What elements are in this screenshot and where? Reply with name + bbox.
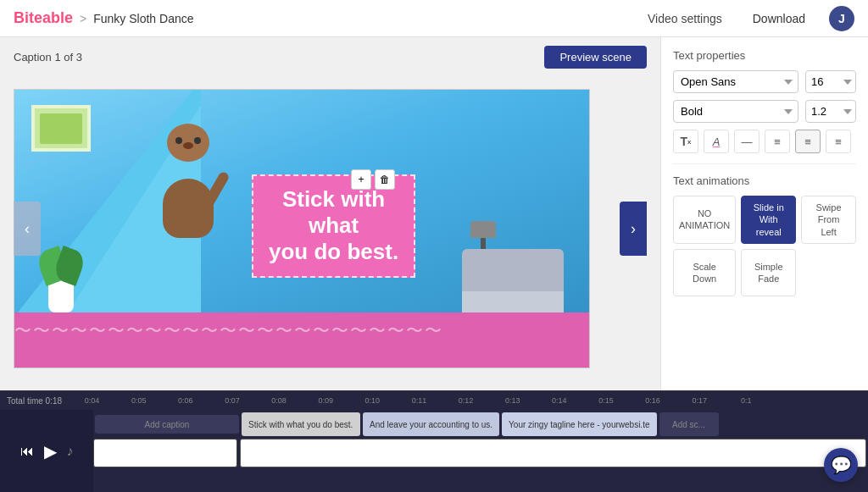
font-family-select[interactable]: Open Sans Roboto Lato bbox=[673, 70, 798, 93]
text-properties-title: Text properties bbox=[673, 49, 856, 62]
add-scene-track[interactable]: Add sc... bbox=[659, 412, 719, 436]
sloth-eye-right bbox=[194, 137, 201, 144]
main-layout: Caption 1 of 3 Preview scene ‹ bbox=[0, 37, 868, 390]
nav-next-button[interactable]: › bbox=[620, 202, 647, 256]
text-animations-title: Text animations bbox=[673, 174, 856, 187]
ruler-tick-7: 0:11 bbox=[396, 396, 442, 405]
sloth-head bbox=[167, 124, 209, 162]
animation-scale-down[interactable]: ScaleDown bbox=[673, 249, 736, 296]
preview-scene-button[interactable]: Preview scene bbox=[544, 46, 647, 69]
ruler-tick-5: 0:09 bbox=[303, 396, 349, 405]
chevron-left-icon: ‹ bbox=[25, 220, 30, 238]
format-text-button[interactable]: Tx bbox=[673, 130, 698, 153]
format-row: Tx A — ≡ ≡ ≡ bbox=[673, 130, 856, 153]
breadcrumb-separator: > bbox=[80, 12, 86, 25]
animation-simple-fade[interactable]: SimpleFade bbox=[741, 249, 796, 296]
total-time-label: Total time 0:18 bbox=[7, 396, 62, 406]
text-toolbar: + 🗑 bbox=[351, 169, 395, 190]
header: Biteable > Funky Sloth Dance Video setti… bbox=[0, 0, 868, 37]
header-right: Video settings Download J bbox=[641, 6, 854, 31]
sloth-body bbox=[163, 179, 214, 238]
right-panel: Text properties Open Sans Roboto Lato 12… bbox=[660, 37, 868, 390]
chevron-right-icon: › bbox=[631, 220, 636, 238]
caption-track-1[interactable]: Stick with what you do best. bbox=[242, 412, 360, 436]
rewind-button[interactable]: ⏮ bbox=[20, 444, 34, 459]
ruler-tick-13: 0:17 bbox=[676, 396, 723, 405]
timeline-ruler: Total time 0:18 0:04 0:05 0:06 0:07 0:08… bbox=[0, 391, 868, 410]
wall-picture bbox=[31, 105, 91, 152]
canvas-scene: Stick withwhatyou do best. + 🗑 〜〜〜〜〜〜〜〜〜… bbox=[14, 89, 590, 368]
align-left-button[interactable]: ≡ bbox=[765, 130, 790, 153]
plant-leaves bbox=[40, 249, 82, 283]
ruler-tick-11: 0:15 bbox=[582, 396, 629, 405]
caption-bar: Caption 1 of 3 Preview scene bbox=[14, 46, 647, 69]
format-color-button[interactable]: A bbox=[704, 130, 729, 153]
floor-wave-pattern: 〜〜〜〜〜〜〜〜〜〜〜〜〜〜〜〜〜〜〜〜〜〜〜 bbox=[14, 319, 589, 342]
lamp-shade bbox=[470, 221, 496, 238]
ruler-tick-0: 0:04 bbox=[69, 396, 115, 405]
editor-area: Caption 1 of 3 Preview scene ‹ bbox=[0, 37, 660, 390]
add-caption-track[interactable]: Add caption bbox=[95, 415, 239, 434]
align-right-button[interactable]: ≡ bbox=[826, 130, 851, 153]
logo[interactable]: Biteable bbox=[14, 9, 73, 27]
canvas-wrapper: ‹ bbox=[14, 75, 647, 382]
text-overlay[interactable]: Stick withwhatyou do best. bbox=[252, 174, 415, 278]
play-button[interactable]: ▶ bbox=[44, 441, 57, 462]
animation-slide-in[interactable]: Slide inWith reveal bbox=[741, 196, 796, 244]
animations-grid: NOANIMATION Slide inWith reveal SwipeFro… bbox=[673, 196, 856, 296]
timeline-tracks: Add caption Stick with what you do best.… bbox=[93, 410, 868, 492]
ruler-tick-1: 0:05 bbox=[115, 396, 162, 405]
chat-support-button[interactable]: 💬 bbox=[824, 448, 858, 482]
scene-floor: 〜〜〜〜〜〜〜〜〜〜〜〜〜〜〜〜〜〜〜〜〜〜〜 bbox=[14, 312, 589, 368]
line-height-select[interactable]: 1.0 1.2 1.5 2.0 bbox=[805, 100, 856, 123]
caption-track-2[interactable]: And leave your accounting to us. bbox=[363, 412, 499, 436]
sloth-eye-left bbox=[175, 137, 182, 144]
animation-swipe-from-left[interactable]: SwipeFromLeft bbox=[801, 196, 856, 244]
ruler-tick-12: 0:16 bbox=[630, 396, 676, 405]
animation-no-animation[interactable]: NOANIMATION bbox=[673, 196, 736, 244]
project-name: Funky Sloth Dance bbox=[93, 12, 193, 25]
add-text-button[interactable]: + bbox=[351, 169, 371, 190]
caption-text: Stick withwhatyou do best. bbox=[269, 186, 398, 266]
timeline-controls: ⏮ ▶ ♪ bbox=[0, 410, 93, 492]
chat-icon: 💬 bbox=[831, 455, 852, 475]
timeline-content: ⏮ ▶ ♪ Add caption Stick with what you do… bbox=[0, 410, 868, 492]
format-highlight-button[interactable]: — bbox=[734, 130, 760, 153]
ruler-tick-6: 0:10 bbox=[349, 396, 396, 405]
ruler-tick-9: 0:13 bbox=[489, 396, 536, 405]
avatar[interactable]: J bbox=[829, 6, 854, 31]
header-left: Biteable > Funky Sloth Dance bbox=[14, 9, 194, 27]
sloth-arm bbox=[200, 170, 230, 212]
caption-text-input[interactable] bbox=[240, 439, 866, 467]
ruler-tick-14: 0:1 bbox=[723, 396, 770, 405]
divider bbox=[673, 163, 856, 164]
sofa-back bbox=[462, 249, 564, 291]
timeline: Total time 0:18 0:04 0:05 0:06 0:07 0:08… bbox=[0, 390, 868, 492]
wall-picture-inner bbox=[40, 113, 82, 144]
ruler-tick-10: 0:14 bbox=[536, 396, 582, 405]
caption-input-empty[interactable] bbox=[93, 439, 237, 467]
font-style-select[interactable]: Bold Regular Italic bbox=[673, 100, 798, 123]
font-controls: Open Sans Roboto Lato 12 14 16 18 20 24 bbox=[673, 70, 856, 93]
font-size-select[interactable]: 12 14 16 18 20 24 bbox=[805, 70, 856, 93]
music-icon[interactable]: ♪ bbox=[67, 444, 74, 459]
caption-track-3[interactable]: Your zingy tagline here - yourwebsi.te bbox=[502, 412, 656, 436]
ruler-tick-8: 0:12 bbox=[442, 396, 489, 405]
style-controls: Bold Regular Italic 1.0 1.2 1.5 2.0 bbox=[673, 100, 856, 123]
sloth-nose bbox=[183, 142, 193, 149]
download-button[interactable]: Download bbox=[746, 8, 812, 29]
nav-prev-button[interactable]: ‹ bbox=[14, 202, 41, 256]
timeline-input-row bbox=[93, 437, 868, 469]
ruler-tick-2: 0:06 bbox=[162, 396, 209, 405]
sloth-character bbox=[150, 124, 226, 225]
ruler-tick-4: 0:08 bbox=[256, 396, 303, 405]
plant bbox=[40, 249, 82, 312]
delete-text-button[interactable]: 🗑 bbox=[375, 169, 395, 190]
align-center-button[interactable]: ≡ bbox=[795, 130, 821, 153]
caption-tracks-row: Add caption Stick with what you do best.… bbox=[93, 410, 868, 437]
sofa bbox=[462, 249, 564, 312]
ruler-tick-3: 0:07 bbox=[209, 396, 255, 405]
video-settings-button[interactable]: Video settings bbox=[641, 8, 729, 29]
caption-counter: Caption 1 of 3 bbox=[14, 51, 82, 64]
sofa-seat bbox=[462, 291, 564, 312]
